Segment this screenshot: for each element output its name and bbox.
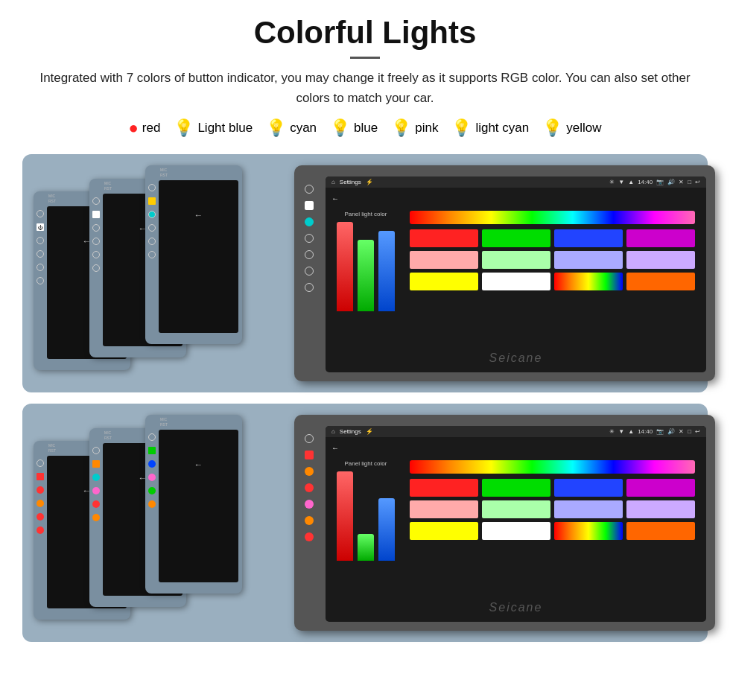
bot-back-arrow-icon[interactable]: ← (331, 444, 339, 452)
top-device-1-buttons: ⏻ (36, 206, 44, 284)
bot-color-grid-section (410, 460, 695, 561)
main-dot2-icon (305, 234, 314, 243)
grid-cell-green[interactable] (482, 229, 550, 247)
bot-main-dot4-icon (305, 516, 314, 525)
home-icon (36, 210, 44, 217)
bot-camera-icon: 📷 (656, 428, 664, 435)
top-screen-body: Panel light color (326, 207, 706, 315)
dot10-icon (148, 224, 156, 232)
bot-grid-cell-orange[interactable] (626, 522, 695, 540)
dot6-icon (92, 238, 100, 245)
grid-cell-orange[interactable] (626, 273, 695, 290)
page-container: Colorful Lights Integrated with 7 colors… (0, 0, 730, 679)
grid-cell-rainbow[interactable] (554, 273, 623, 290)
bot-grid-cell-lightgreen[interactable] (482, 500, 550, 518)
color-label-yellow: yellow (566, 121, 601, 136)
back-arrow-icon[interactable]: ← (331, 194, 339, 203)
top-panel-light-section: Panel light color (337, 211, 395, 311)
bot-grid-cell-green[interactable] (482, 479, 550, 497)
title-divider (350, 57, 380, 59)
bot-main-dot3-icon (305, 500, 314, 509)
bot-main-dot1-icon (305, 467, 314, 476)
cyan-bulb-icon: 💡 (266, 118, 286, 138)
bot-close-icon[interactable]: ✕ (679, 428, 684, 435)
bot-power3-icon (148, 447, 156, 454)
grid-cell-lightgreen[interactable] (482, 251, 550, 269)
top-rainbow-bar (410, 211, 695, 224)
bot-red-bar (337, 471, 353, 561)
color-legend: ● red 💡 Light blue 💡 cyan 💡 blue 💡 pink … (22, 118, 708, 138)
bot-main-dot5-icon (305, 532, 314, 541)
bot-wifi-icon: ▼ (618, 428, 624, 435)
dot8-icon (92, 264, 100, 272)
yellow-bulb-icon: 💡 (542, 118, 562, 138)
main-title: Colorful Lights (22, 15, 708, 51)
color-label-cyan: cyan (290, 121, 317, 136)
grid-cell-blue[interactable] (554, 229, 623, 247)
time-display: 14:40 (638, 179, 653, 185)
power2-icon (92, 211, 100, 218)
bot-grid-cell-yellow[interactable] (410, 522, 478, 540)
bot-color-grid (410, 479, 695, 540)
minimize-icon[interactable]: □ (688, 179, 691, 185)
color-item-blue: 💡 blue (330, 118, 378, 138)
bot-blue-bar (378, 498, 395, 561)
color-label-lightblue: Light blue (197, 121, 253, 136)
main-power-icon (305, 201, 314, 210)
bot-grid-cell-red[interactable] (410, 479, 478, 497)
bot-panel-label: Panel light color (345, 460, 387, 467)
top-device-group: MIC RST ⏻ ← MIC RST (22, 154, 708, 392)
top-small-device-3: MIC RST ← (145, 165, 242, 344)
main-dot3-icon (305, 250, 314, 259)
grid-cell-lightred[interactable] (410, 251, 478, 269)
bot-grid-cell-rainbow[interactable] (554, 522, 623, 540)
dot11-icon (148, 238, 156, 245)
bot-home1-icon (36, 459, 44, 467)
settings-label-bot: Settings (340, 428, 361, 435)
grid-cell-purple[interactable] (626, 229, 695, 247)
bot-color-bars (337, 471, 395, 561)
grid-cell-white[interactable] (482, 273, 550, 290)
grid-cell-red[interactable] (410, 229, 478, 247)
bot-dot5-icon (92, 474, 100, 481)
lightblue-bulb-icon: 💡 (174, 118, 194, 138)
grid-cell-yellow[interactable] (410, 273, 478, 290)
color-item-pink: 💡 pink (391, 118, 438, 138)
back-icon[interactable]: ↩ (695, 179, 700, 185)
main-dot1-icon (305, 217, 314, 226)
bot-minimize-icon[interactable]: □ (688, 428, 691, 435)
usb-icon: ⚡ (366, 179, 373, 185)
dot3-icon (36, 264, 44, 271)
top-screen-header: ⌂ Settings ⚡ ✳ ▼ ▲ 14:40 📷 🔊 ✕ □ ↩ (326, 176, 706, 188)
top-device-3-buttons (148, 180, 156, 258)
home3-icon (148, 184, 156, 191)
bot-device-3-buttons (148, 430, 156, 508)
bot-grid-cell-lightred[interactable] (410, 500, 478, 518)
bot-dot4-icon (36, 526, 44, 534)
bot-grid-cell-white[interactable] (482, 522, 550, 540)
top-header-right: ✳ ▼ ▲ 14:40 📷 🔊 ✕ □ ↩ (609, 179, 700, 185)
bot-grid-cell-lavender[interactable] (626, 500, 695, 518)
close-icon[interactable]: ✕ (679, 179, 684, 185)
green-bar (358, 240, 374, 311)
dot-icon (36, 237, 44, 244)
bot-back-icon[interactable]: ↩ (695, 428, 700, 435)
bot-screen-body: Panel light color (326, 456, 706, 564)
top-device-2-buttons (92, 194, 100, 272)
bot-panel-light-section: Panel light color (337, 460, 395, 561)
top-back-row: ← (326, 188, 706, 207)
power3-icon (148, 197, 156, 205)
top-watermark: Seicane (489, 351, 543, 365)
bot-main-device: ⌂ Settings ⚡ ✳ ▼ ▲ 14:40 📷 🔊 ✕ □ ↩ (294, 415, 715, 631)
grid-cell-lavender[interactable] (626, 251, 695, 269)
bot-rainbow-bar (410, 460, 695, 474)
grid-cell-lightblue[interactable] (554, 251, 623, 269)
dot9-icon (148, 211, 156, 218)
bot-grid-cell-lightblue[interactable] (554, 500, 623, 518)
bot-grid-cell-purple[interactable] (626, 479, 695, 497)
bot-grid-cell-blue[interactable] (554, 479, 623, 497)
power-icon: ⏻ (36, 223, 44, 231)
bot-dot1-icon (36, 486, 44, 494)
pink-bulb-icon: 💡 (391, 118, 411, 138)
color-item-lightblue: 💡 Light blue (174, 118, 253, 138)
